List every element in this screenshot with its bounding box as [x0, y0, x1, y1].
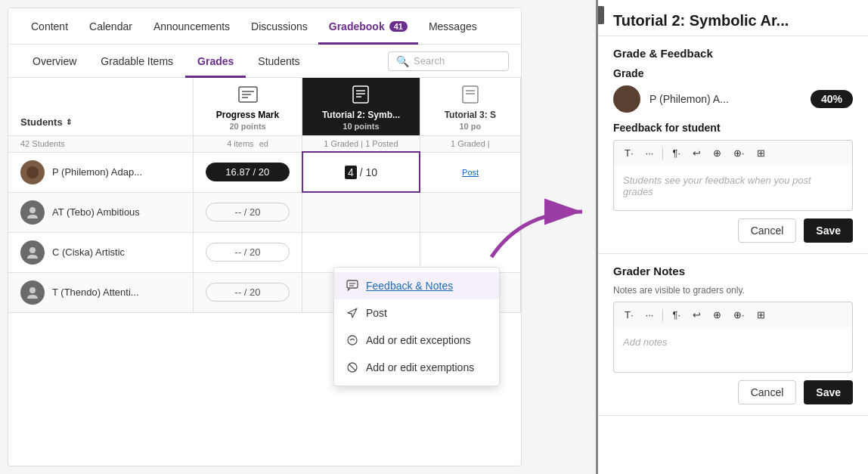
- gradebook-badge: 41: [389, 21, 408, 32]
- tutorial3-icon: [460, 85, 480, 104]
- progress-cell-0: 16.87 / 20: [193, 152, 302, 192]
- grade-row: P (Philemon) A... 40%: [613, 85, 853, 113]
- notes-tool-insert[interactable]: ⊕·: [729, 307, 749, 323]
- nav-announcements[interactable]: Announcements: [143, 8, 240, 45]
- grader-notes-input-area[interactable]: Add notes: [613, 327, 853, 373]
- menu-item-exemptions[interactable]: Add or edit exemptions: [334, 354, 499, 381]
- tool-link[interactable]: ⊕: [708, 145, 726, 161]
- col-header-students[interactable]: Students ⇕: [8, 78, 193, 136]
- nav-discussions[interactable]: Discussions: [240, 8, 318, 45]
- notes-tool-paragraph[interactable]: ¶·: [668, 307, 685, 323]
- nav-content-label: Content: [31, 20, 68, 33]
- notes-toolbar-separator: [662, 309, 663, 321]
- student-name-3: T (Thendo) Attenti...: [52, 287, 139, 298]
- subnav-overview[interactable]: Overview: [20, 45, 88, 78]
- subnav-gradable-label: Gradable Items: [101, 55, 173, 67]
- nav-messages-label: Messages: [429, 20, 477, 33]
- student-name-0: P (Philemon) Adap...: [52, 166, 142, 178]
- feedback-save-button[interactable]: Save: [804, 218, 853, 243]
- grader-notes-btn-row: Cancel Save: [613, 380, 853, 404]
- progress-pill-1: -- / 20: [206, 203, 290, 222]
- menu-item-exceptions[interactable]: Add or edit exceptions: [334, 327, 499, 354]
- notes-tool-text[interactable]: T·: [620, 307, 638, 323]
- search-box[interactable]: 🔍 Search: [388, 51, 509, 71]
- ed-label: ed: [259, 139, 268, 148]
- grader-notes-cancel-button[interactable]: Cancel: [738, 380, 797, 404]
- grader-notes-save-button[interactable]: Save: [804, 380, 853, 404]
- progress-cell-3: -- / 20: [193, 272, 302, 312]
- col-header-progress[interactable]: Progress Mark 20 points: [193, 78, 302, 136]
- gradebook-panel: Content Calendar Announcements Discussio…: [8, 8, 522, 466]
- subnav-students-label: Students: [258, 55, 299, 67]
- tool-more[interactable]: ···: [641, 145, 659, 161]
- tool-text[interactable]: T·: [620, 145, 638, 161]
- tut2-grade-num: 4: [345, 166, 357, 179]
- tool-undo[interactable]: ↩: [688, 145, 705, 161]
- col-header-tutorial3[interactable]: Tutorial 3: S 10 po: [420, 78, 520, 136]
- silhouette-icon: [25, 285, 40, 300]
- menu-item-feedback[interactable]: Feedback & Notes: [334, 272, 499, 299]
- tool-paragraph[interactable]: ¶·: [668, 145, 685, 161]
- subnav-gradable-items[interactable]: Gradable Items: [88, 45, 185, 78]
- tut3-cell-1: [420, 192, 520, 232]
- progress-pill-2: -- / 20: [206, 243, 290, 262]
- progress-points: 20 points: [198, 122, 297, 131]
- progress-cell-2: -- / 20: [193, 232, 302, 272]
- feedback-icon: [346, 280, 358, 292]
- tool-insert[interactable]: ⊕·: [729, 145, 749, 161]
- nav-gradebook[interactable]: Gradebook 41: [318, 8, 418, 45]
- tut3-summary: 1 Graded |: [451, 139, 490, 148]
- exemptions-label: Add or edit exemptions: [366, 361, 474, 373]
- avatar: [20, 280, 45, 305]
- grade-feedback-section: Grade & Feedback Grade P (Philemon) A...…: [598, 36, 868, 254]
- subnav-grades[interactable]: Grades: [185, 45, 246, 78]
- tut3-cell-0: Post: [420, 152, 520, 192]
- exceptions-label: Add or edit exceptions: [366, 334, 471, 346]
- tut2-cell-0[interactable]: 4 / 10: [302, 152, 420, 192]
- exemption-icon: [346, 361, 358, 373]
- table-row: P (Philemon) Adap... 16.87 / 20 4 / 10 P…: [8, 152, 521, 192]
- subnav-students[interactable]: Students: [246, 45, 312, 78]
- tut2-summary-cell: 1 Graded | 1 Posted: [302, 136, 420, 153]
- avatar: [20, 160, 45, 184]
- nav-discussions-label: Discussions: [251, 20, 308, 33]
- students-header-label: Students: [20, 116, 63, 128]
- col-header-tutorial2[interactable]: Tutorial 2: Symb... 10 points: [302, 78, 420, 136]
- feedback-placeholder: Students see your feedback when you post…: [623, 175, 811, 197]
- notes-tool-link[interactable]: ⊕: [708, 307, 726, 323]
- post-label: Post: [366, 307, 387, 319]
- tut2-header-label: Tutorial 2: Symb...: [307, 110, 414, 120]
- progress-pill-0: 16.87 / 20: [206, 163, 290, 181]
- tut2-summary: 1 Graded | 1 Posted: [324, 139, 398, 148]
- tut3-posted-link[interactable]: Post: [462, 168, 479, 177]
- tool-table[interactable]: ⊞: [752, 145, 770, 161]
- side-panel-title: Tutorial 2: Symbolic Ar...: [598, 0, 868, 36]
- tut3-points: 10 po: [425, 122, 516, 131]
- svg-rect-14: [347, 280, 358, 288]
- progress-cell-1: -- / 20: [193, 192, 302, 232]
- nav-content[interactable]: Content: [20, 8, 79, 45]
- subnav-grades-label: Grades: [197, 55, 234, 67]
- svg-line-19: [349, 364, 355, 370]
- menu-item-post[interactable]: Post: [334, 299, 499, 327]
- context-menu: Feedback & Notes Post Add or edit except…: [333, 267, 500, 386]
- nav-calendar-label: Calendar: [89, 20, 132, 33]
- students-sort-icon: ⇕: [66, 118, 72, 126]
- feedback-notes-label: Feedback & Notes: [366, 280, 453, 292]
- svg-point-11: [29, 207, 36, 213]
- close-button[interactable]: ✕: [596, 6, 604, 24]
- feedback-input-area[interactable]: Students see your feedback when you post…: [613, 166, 853, 211]
- notes-tool-more[interactable]: ···: [641, 307, 659, 323]
- notes-tool-undo[interactable]: ↩: [688, 307, 705, 323]
- notes-tool-table[interactable]: ⊞: [752, 307, 770, 323]
- student-name-cell-2: C (Ciska) Artistic: [8, 232, 193, 272]
- feedback-cancel-button[interactable]: Cancel: [738, 218, 797, 243]
- progress-pill-3: -- / 20: [206, 283, 290, 302]
- nav-messages[interactable]: Messages: [418, 8, 488, 45]
- students-count-cell: 42 Students: [8, 136, 193, 153]
- nav-calendar[interactable]: Calendar: [79, 8, 143, 45]
- feedback-for-student-section: Feedback for student T· ··· ¶· ↩ ⊕ ⊕· ⊞ …: [613, 122, 853, 243]
- toolbar-separator: [662, 147, 663, 160]
- exception-icon: [346, 334, 358, 346]
- subnav-overview-label: Overview: [33, 55, 76, 67]
